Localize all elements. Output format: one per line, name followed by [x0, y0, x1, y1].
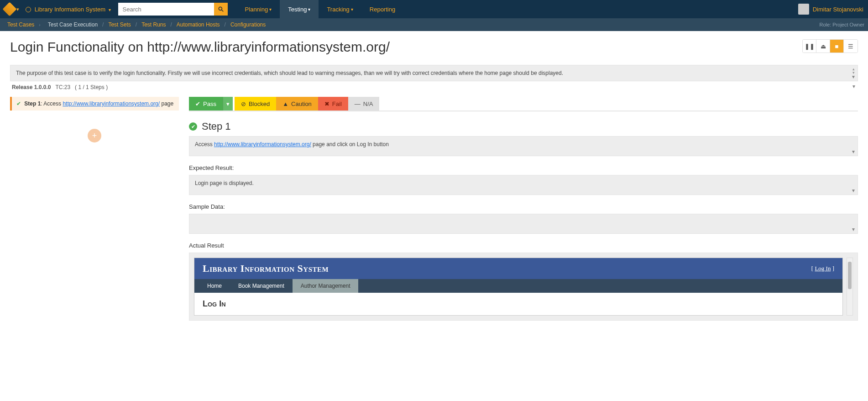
nav-reporting[interactable]: Reporting [361, 0, 403, 18]
preview-header: Library Information System [ Log In ] [194, 258, 842, 279]
separator: / [102, 21, 104, 28]
step-title: Step 1 [202, 121, 231, 132]
pass-button[interactable]: ✔Pass [189, 97, 223, 111]
check-badge-icon: ✔ [189, 122, 197, 131]
instruction-prefix: Access [195, 141, 214, 148]
login-link-text[interactable]: Log In [815, 265, 831, 272]
project-selector[interactable]: Library Information System ▾ [26, 6, 111, 13]
btn-label: Caution [291, 100, 312, 107]
view-controls: ❚❚ ⏏ ■ ☰ [802, 39, 858, 53]
nav-planning[interactable]: Planning▾ [237, 0, 280, 18]
menu-button[interactable]: ☰ [844, 40, 858, 53]
release-label: Release 1.0.0.0 [12, 84, 51, 90]
svg-point-0 [219, 7, 222, 10]
page-header: Login Functionality on http://www.librar… [10, 39, 858, 65]
search-icon [218, 6, 224, 12]
scrollbar-thumb[interactable] [848, 262, 852, 289]
chevron-down-icon: ▾ [269, 7, 272, 12]
fail-button[interactable]: ✖Fail [318, 97, 348, 111]
pass-dropdown[interactable]: ▾ [223, 97, 233, 111]
blocked-icon: ⊘ [241, 100, 246, 107]
expected-result-text: Login page is displayed. [195, 180, 254, 186]
step-prefix: : Access [41, 100, 63, 107]
nav-testing[interactable]: Testing▾ [280, 0, 319, 18]
expand-toggle[interactable]: ▾ [852, 83, 855, 90]
minus-icon: — [355, 100, 361, 107]
nav-label: Reporting [370, 6, 395, 13]
expand-toggle[interactable]: ▾ [852, 187, 855, 194]
description-box: The purpose of this test case is to veri… [10, 65, 858, 81]
subnav-test-sets[interactable]: Test Sets [108, 21, 131, 28]
steps-count: ( 1 / 1 Steps ) [75, 84, 108, 90]
search-button[interactable] [214, 3, 228, 16]
page-title: Login Functionality on http://www.librar… [10, 39, 802, 55]
nav-label: Tracking [327, 6, 349, 13]
steps-sidebar: ✔ Step 1: Access http://www.libraryinfor… [10, 97, 179, 321]
role-label: Role: Project Owner [820, 22, 864, 27]
status-button-row: ✔Pass ▾ ⊘Blocked ▲Caution ✖Fail —N/A [189, 97, 858, 111]
add-step-button[interactable]: + [88, 129, 101, 142]
expand-toggle[interactable]: ▾ [852, 226, 855, 232]
step-label: Step 1 [24, 100, 41, 107]
subnav-configurations[interactable]: Configurations [230, 21, 266, 28]
content-columns: ✔ Step 1: Access http://www.libraryinfor… [10, 97, 858, 321]
preview-nav: Home Book Management Author Management [194, 279, 842, 293]
subnav-test-runs[interactable]: Test Runs [141, 21, 166, 28]
subnav-automation-hosts[interactable]: Automation Hosts [177, 21, 220, 28]
stop-button[interactable]: ■ [830, 40, 844, 53]
blocked-button[interactable]: ⊘Blocked [235, 97, 276, 111]
subnav-test-cases[interactable]: Test Cases [7, 21, 34, 28]
btn-label: N/A [363, 100, 373, 107]
preview-nav-author[interactable]: Author Management [293, 279, 359, 293]
expected-result-label: Expected Result: [189, 164, 858, 171]
step-link[interactable]: http://www.libraryinformationsystem.org/ [63, 100, 160, 107]
caution-button[interactable]: ▲Caution [276, 97, 318, 111]
separator: / [171, 21, 172, 28]
na-button[interactable]: —N/A [348, 97, 380, 111]
preview-nav-home[interactable]: Home [199, 279, 230, 293]
separator: / [225, 21, 226, 28]
preview-nav-book[interactable]: Book Management [230, 279, 293, 293]
user-menu[interactable]: Dimitar Stojanovski [798, 4, 863, 15]
step-heading: ✔ Step 1 [189, 121, 858, 132]
chevron-down-icon: ▾ [351, 7, 353, 12]
app-logo[interactable] [2, 2, 16, 16]
instruction-link[interactable]: http://www.libraryinformationsystem.org/ [214, 141, 311, 148]
preview-site-title: Library Information System [203, 263, 329, 274]
preview-body: Log In [194, 293, 842, 315]
preview-scrollbar[interactable] [847, 258, 853, 316]
warning-icon: ▲ [282, 100, 288, 107]
btn-label: Fail [332, 100, 342, 107]
x-icon: ✖ [324, 100, 329, 107]
subnav-test-case-execution[interactable]: Test Case Execution [48, 21, 98, 28]
description-text: The purpose of this test case is to veri… [16, 70, 563, 76]
actual-result-label: Actual Result [189, 242, 858, 249]
svg-line-1 [221, 10, 223, 12]
eject-button[interactable]: ⏏ [816, 40, 830, 53]
top-navbar: ▾ Library Information System ▾ Planning▾… [0, 0, 868, 18]
logo-dropdown-caret[interactable]: ▾ [16, 6, 19, 12]
search-wrap [118, 3, 228, 16]
chevron-down-icon: ▾ [308, 7, 310, 12]
expand-toggle[interactable]: ▾ [852, 148, 855, 155]
instruction-suffix: page and click on Log In button [311, 141, 389, 148]
preview-login-link[interactable]: [ Log In ] [811, 265, 834, 272]
project-icon [26, 7, 31, 12]
preview-body-heading: Log In [203, 299, 834, 309]
separator: / [136, 21, 137, 28]
step-detail-panel: ✔Pass ▾ ⊘Blocked ▲Caution ✖Fail —N/A ✔ S… [189, 97, 858, 321]
main-menu: Planning▾ Testing▾ Tracking▾ Reporting [237, 0, 404, 18]
release-info-row: Release 1.0.0.0 TC:23 ( 1 / 1 Steps ) ▾ [10, 81, 858, 97]
pause-button[interactable]: ❚❚ [803, 40, 816, 53]
sample-data-label: Sample Data: [189, 203, 858, 210]
step-suffix: page [160, 100, 173, 107]
expand-toggle[interactable]: ▾ [852, 74, 855, 80]
sample-data-box[interactable]: ▾ [189, 214, 858, 234]
check-icon: ✔ [195, 100, 200, 107]
project-name-label: Library Information System [35, 6, 105, 13]
user-name: Dimitar Stojanovski [813, 6, 863, 13]
nav-tracking[interactable]: Tracking▾ [319, 0, 361, 18]
step-list-item[interactable]: ✔ Step 1: Access http://www.libraryinfor… [10, 97, 179, 111]
page-body: Login Functionality on http://www.librar… [0, 31, 868, 329]
search-input[interactable] [118, 3, 214, 16]
